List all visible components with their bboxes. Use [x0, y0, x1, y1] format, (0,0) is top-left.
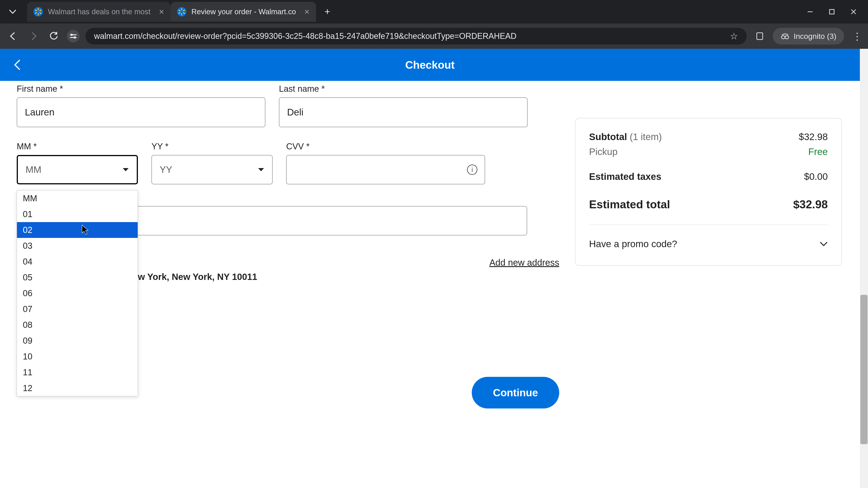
svg-point-24	[785, 36, 789, 39]
dropdown-option[interactable]: 11	[17, 364, 138, 380]
incognito-icon	[780, 33, 789, 39]
svg-rect-2	[38, 13, 39, 15]
url-text: walmart.com/checkout/review-order?pcid=5…	[94, 31, 719, 41]
total-value: $32.98	[793, 198, 828, 211]
info-icon[interactable]: i	[467, 164, 477, 175]
new-tab-button[interactable]: +	[321, 5, 334, 18]
page-viewport: Checkout First name * Last name * MM	[0, 49, 868, 488]
scrollbar-track[interactable]	[860, 49, 868, 488]
reload-button[interactable]	[46, 29, 61, 43]
total-label: Estimated total	[589, 198, 670, 211]
tab-title: Walmart has deals on the most	[48, 7, 151, 16]
order-summary: Subtotal (1 item) $32.98 Pickup Free Est…	[575, 118, 842, 409]
scrollbar-thumb[interactable]	[860, 295, 868, 444]
browser-menu-button[interactable]: ⋮	[852, 31, 862, 42]
svg-rect-9	[181, 13, 182, 15]
svg-rect-15	[830, 9, 834, 14]
pickup-label: Pickup	[589, 147, 618, 157]
svg-rect-1	[38, 8, 39, 10]
dropdown-option[interactable]: 10	[17, 349, 138, 364]
promo-code-toggle[interactable]: Have a promo code?	[589, 238, 828, 250]
svg-rect-22	[757, 33, 763, 39]
walmart-favicon-icon	[177, 7, 186, 17]
chevron-down-icon	[819, 241, 828, 247]
bookmark-icon[interactable]: ☆	[730, 31, 738, 41]
tab-bar: Walmart has deals on the most ✕ Review y…	[0, 0, 868, 24]
promo-label: Have a promo code?	[589, 238, 677, 250]
back-button[interactable]	[6, 29, 20, 43]
dropdown-option[interactable]: 09	[17, 333, 138, 349]
reader-mode-icon[interactable]	[752, 29, 767, 43]
forward-button	[26, 29, 41, 43]
expiry-year-value: YY	[160, 164, 172, 175]
dropdown-option[interactable]: 05	[17, 269, 138, 285]
site-info-button[interactable]	[67, 30, 80, 42]
close-window-icon[interactable]	[849, 7, 858, 16]
expiry-year-label: YY *	[151, 142, 273, 151]
tab-search-dropdown[interactable]	[6, 5, 19, 18]
dropdown-option[interactable]: 12	[17, 380, 138, 396]
first-name-label: First name *	[17, 84, 266, 94]
caret-down-icon	[122, 168, 129, 172]
checkout-back-button[interactable]	[10, 58, 24, 72]
dropdown-option[interactable]: 01	[17, 206, 138, 222]
browser-toolbar: walmart.com/checkout/review-order?pcid=5…	[0, 24, 868, 49]
taxes-label: Estimated taxes	[589, 171, 661, 182]
subtotal-value: $32.98	[799, 131, 828, 142]
last-name-input[interactable]	[279, 97, 528, 127]
subtotal-label: Subtotal (1 item)	[589, 131, 662, 142]
dropdown-option[interactable]: 07	[17, 301, 138, 317]
minimize-icon[interactable]	[806, 7, 815, 16]
expiry-month-value: MM	[26, 164, 41, 175]
svg-point-21	[74, 36, 76, 39]
taxes-value: $0.00	[804, 171, 828, 182]
first-name-input[interactable]	[17, 97, 266, 127]
expiry-month-select[interactable]: MM	[17, 155, 138, 184]
cvv-label: CVV *	[286, 142, 485, 151]
add-new-address-link[interactable]: Add new address	[489, 258, 559, 268]
tab-active[interactable]: Review your order - Walmart.co ✕	[170, 2, 316, 22]
tab-inactive[interactable]: Walmart has deals on the most ✕	[27, 2, 170, 22]
pickup-value: Free	[808, 147, 828, 157]
dropdown-option[interactable]: 04	[17, 254, 138, 269]
close-icon[interactable]: ✕	[159, 8, 164, 16]
walmart-favicon-icon	[33, 7, 43, 17]
close-icon[interactable]: ✕	[304, 8, 310, 16]
expiry-month-label: MM *	[17, 142, 138, 151]
maximize-icon[interactable]	[827, 7, 836, 16]
address-bar[interactable]: walmart.com/checkout/review-order?pcid=5…	[86, 28, 747, 44]
dropdown-option[interactable]: 03	[17, 238, 138, 254]
svg-rect-8	[181, 8, 182, 10]
last-name-label: Last name *	[279, 84, 528, 94]
dropdown-option[interactable]: 06	[17, 285, 138, 301]
expiry-year-select[interactable]: YY	[151, 155, 273, 184]
checkout-header: Checkout	[0, 49, 860, 81]
incognito-label: Incognito (3)	[794, 32, 836, 41]
incognito-badge[interactable]: Incognito (3)	[773, 28, 844, 44]
window-controls	[806, 7, 868, 16]
tab-title: Review your order - Walmart.co	[191, 7, 296, 16]
continue-button[interactable]: Continue	[472, 377, 559, 409]
dropdown-option[interactable]: 08	[17, 317, 138, 333]
divider	[589, 225, 828, 225]
svg-point-20	[70, 34, 73, 36]
dropdown-option[interactable]: 02	[17, 222, 138, 238]
cvv-input[interactable]: i	[286, 155, 485, 184]
svg-point-23	[781, 36, 785, 39]
browser-chrome: Walmart has deals on the most ✕ Review y…	[0, 0, 868, 49]
caret-down-icon	[258, 168, 265, 172]
dropdown-option[interactable]: MM	[17, 191, 138, 206]
expiry-month-dropdown[interactable]: MM010203040506070809101112	[17, 190, 138, 396]
page-title: Checkout	[0, 59, 860, 71]
